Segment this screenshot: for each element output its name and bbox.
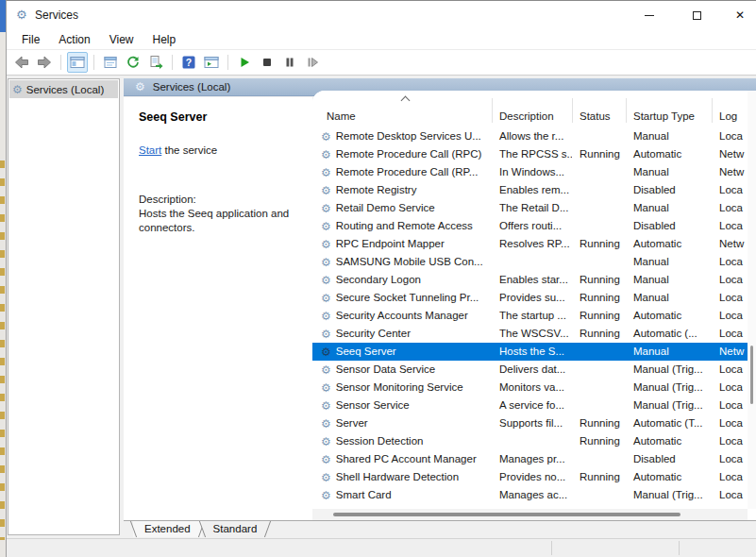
start-service-icon[interactable] bbox=[234, 52, 255, 73]
table-row[interactable]: ⚙Retail Demo ServiceThe Retail D...Manua… bbox=[312, 199, 748, 217]
menu-action[interactable]: Action bbox=[49, 29, 99, 50]
table-row[interactable]: ⚙Sensor Monitoring ServiceMonitors va...… bbox=[312, 379, 748, 397]
restart-service-icon[interactable] bbox=[302, 52, 323, 73]
close-button[interactable]: ✕ bbox=[720, 1, 756, 29]
table-row[interactable]: ⚙Security CenterThe WSCSV...RunningAutom… bbox=[312, 325, 748, 343]
services-app-icon: ⚙ bbox=[16, 8, 27, 21]
vertical-scrollbar-thumb[interactable] bbox=[750, 346, 753, 404]
table-cell bbox=[572, 217, 626, 235]
horizontal-scrollbar-thumb[interactable] bbox=[333, 513, 680, 516]
service-name-text: Secure Socket Tunneling Pr... bbox=[336, 289, 479, 307]
table-row[interactable]: ⚙Secondary LogonEnables star...RunningMa… bbox=[312, 271, 748, 289]
menu-help[interactable]: Help bbox=[143, 29, 186, 50]
table-cell: Enables star... bbox=[492, 271, 572, 289]
table-row[interactable]: ⚙Sensor Data ServiceDelivers dat...Manua… bbox=[312, 361, 748, 379]
table-cell: Automatic bbox=[626, 468, 712, 486]
service-name-text: Shared PC Account Manager bbox=[336, 450, 477, 468]
table-row[interactable]: ⚙Smart CardManages ac...Manual (Trig...L… bbox=[312, 486, 748, 504]
column-header-status[interactable]: Status bbox=[572, 108, 626, 125]
table-row[interactable]: ⚙Secure Socket Tunneling Pr...Provides s… bbox=[312, 289, 748, 307]
forward-icon[interactable] bbox=[34, 52, 55, 73]
services-table-header: NameDescriptionStatusStartup TypeLog bbox=[312, 91, 756, 127]
column-header-name[interactable]: Name bbox=[319, 108, 492, 125]
table-cell: Resolves RP... bbox=[492, 235, 572, 253]
horizontal-scrollbar[interactable] bbox=[312, 509, 748, 520]
menu-view[interactable]: View bbox=[100, 29, 143, 50]
console-body: ⚙ Services (Local) ⚙ Services (Local) Se… bbox=[7, 76, 756, 539]
maximize-button[interactable] bbox=[677, 1, 716, 29]
service-name-text: Sensor Monitoring Service bbox=[336, 379, 463, 397]
table-cell: Manual bbox=[626, 163, 712, 181]
table-cell: Loca bbox=[712, 361, 748, 379]
refresh-icon[interactable] bbox=[123, 52, 143, 73]
column-header-startup-type[interactable]: Startup Type bbox=[626, 108, 712, 125]
services-node-icon: ⚙ bbox=[12, 84, 23, 95]
title-bar[interactable]: ⚙ Services ✕ bbox=[7, 1, 756, 29]
properties-icon[interactable] bbox=[100, 52, 121, 73]
service-name-text: Sensor Data Service bbox=[336, 361, 435, 379]
table-cell: Disabled bbox=[626, 450, 712, 468]
svg-text:?: ? bbox=[186, 57, 192, 68]
table-row[interactable]: ⚙Remote RegistryEnables rem...DisabledLo… bbox=[312, 181, 748, 199]
screen: ⚙ Services ✕ File Action View Help bbox=[0, 0, 756, 557]
table-cell: Loca bbox=[712, 199, 748, 217]
table-cell: Monitors va... bbox=[492, 379, 572, 397]
show-console-tree-icon[interactable] bbox=[67, 52, 88, 73]
table-cell bbox=[572, 199, 626, 217]
table-row[interactable]: ⚙Remote Desktop Services U...Allows the … bbox=[312, 127, 748, 145]
table-cell: Running bbox=[572, 289, 626, 307]
tab-standard[interactable]: Standard bbox=[202, 521, 269, 537]
service-gear-icon: ⚙ bbox=[321, 131, 331, 143]
start-service-link[interactable]: Start bbox=[139, 144, 161, 156]
pause-service-icon[interactable] bbox=[279, 52, 300, 73]
table-row[interactable]: ⚙Remote Procedure Call (RPC)The RPCSS s.… bbox=[312, 145, 748, 163]
service-name-text: RPC Endpoint Mapper bbox=[336, 235, 445, 253]
toolbar-separator bbox=[93, 55, 94, 70]
table-row[interactable]: ⚙SAMSUNG Mobile USB Con...ManualLoca bbox=[312, 253, 748, 271]
vertical-scrollbar[interactable] bbox=[748, 91, 756, 509]
table-cell: Offers routi... bbox=[492, 217, 572, 235]
table-cell: The Retail D... bbox=[492, 199, 572, 217]
table-cell: Automatic (... bbox=[626, 325, 712, 343]
status-bar bbox=[7, 538, 756, 557]
help-icon[interactable]: ? bbox=[178, 52, 199, 73]
table-row[interactable]: ⚙Shared PC Account ManagerManages pr...D… bbox=[312, 450, 748, 468]
table-cell: Netw bbox=[712, 235, 748, 253]
menu-file[interactable]: File bbox=[12, 29, 49, 50]
export-list-icon[interactable] bbox=[145, 52, 166, 73]
service-name-text: Sensor Service bbox=[336, 397, 410, 414]
table-cell: Manual (Trig... bbox=[626, 361, 712, 379]
column-header-description[interactable]: Description bbox=[492, 108, 572, 125]
table-row[interactable]: ⚙Security Accounts ManagerThe startup ..… bbox=[312, 307, 748, 325]
table-row[interactable]: ⚙ServerSupports fil...RunningAutomatic (… bbox=[312, 414, 748, 432]
show-action-pane-icon[interactable] bbox=[201, 52, 222, 73]
table-cell bbox=[572, 181, 626, 199]
table-row[interactable]: ⚙RPC Endpoint MapperResolves RP...Runnin… bbox=[312, 235, 748, 253]
service-name-text: Security Center bbox=[336, 325, 411, 343]
table-row[interactable]: ⚙Remote Procedure Call (RP...In Windows.… bbox=[312, 163, 748, 181]
service-name-text: SAMSUNG Mobile USB Con... bbox=[336, 253, 483, 271]
table-row[interactable]: ⚙Session DetectionRunningAutomaticLoca bbox=[312, 432, 748, 450]
table-cell: ⚙Server bbox=[319, 414, 492, 432]
table-cell: Automatic bbox=[626, 432, 712, 450]
table-cell: ⚙Shared PC Account Manager bbox=[319, 450, 492, 468]
table-cell: ⚙Security Center bbox=[319, 325, 492, 343]
stop-service-icon[interactable] bbox=[257, 52, 277, 73]
table-row[interactable]: ⚙Routing and Remote AccessOffers routi..… bbox=[312, 217, 748, 235]
back-icon[interactable] bbox=[11, 52, 32, 73]
pane-header-icon: ⚙ bbox=[135, 81, 145, 93]
tab-extended[interactable]: Extended bbox=[133, 521, 202, 537]
table-row[interactable]: ⚙Shell Hardware DetectionProvides no...R… bbox=[312, 468, 748, 486]
service-gear-icon: ⚙ bbox=[321, 346, 331, 358]
table-cell: Manages ac... bbox=[492, 486, 572, 504]
table-cell: Manual bbox=[626, 127, 712, 145]
minimize-button[interactable] bbox=[630, 1, 669, 29]
table-cell: Running bbox=[572, 271, 626, 289]
close-icon: ✕ bbox=[735, 9, 745, 21]
table-cell: Provides su... bbox=[492, 289, 572, 307]
table-cell: Loca bbox=[712, 271, 748, 289]
tree-item-services-local[interactable]: ⚙ Services (Local) bbox=[9, 80, 118, 98]
backdrop-icons-fragment bbox=[0, 160, 5, 540]
table-row[interactable]: ⚙Sensor ServiceA service fo...Manual (Tr… bbox=[312, 397, 748, 414]
table-row[interactable]: ⚙Seeq ServerHosts the S...ManualNetw bbox=[312, 343, 748, 361]
